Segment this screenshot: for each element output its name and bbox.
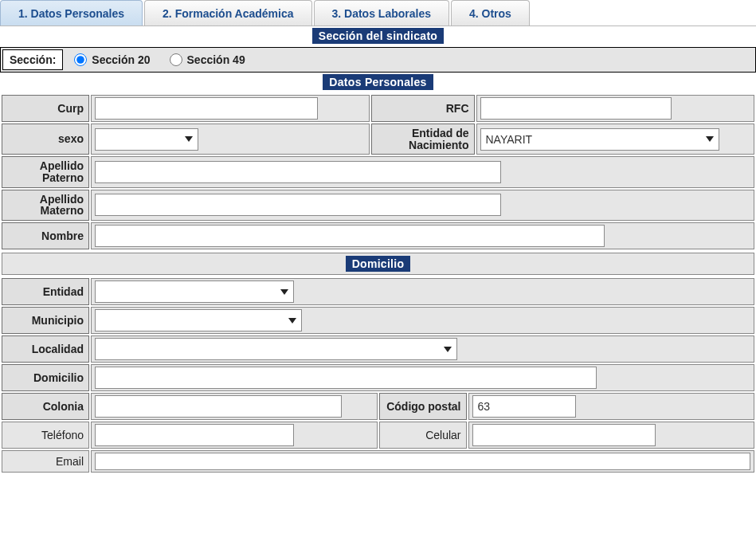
section-title-sindicato: Sección del sindicato [312, 28, 444, 44]
colonia-input[interactable] [95, 395, 342, 418]
radio-seccion-20[interactable]: Sección 20 [74, 53, 150, 66]
seccion-label: Sección: [2, 49, 63, 70]
section-header-datos: Datos Personales [0, 73, 756, 93]
sexo-label: sexo [2, 124, 89, 155]
entnac-label: Entidad de Nacimiento [371, 124, 475, 155]
email-input[interactable] [95, 453, 750, 470]
entidad-nac-value: NAYARIT [486, 133, 533, 146]
sexo-select[interactable] [95, 128, 198, 151]
domicilio-label: Domicilio [2, 364, 89, 391]
tab-datos-personales[interactable]: 1. Datos Personales [0, 0, 143, 25]
celular-input[interactable] [472, 424, 656, 446]
tab-bar: 1. Datos Personales 2. Formación Académi… [0, 0, 756, 26]
entidad-label: Entidad [2, 278, 89, 305]
colonia-label: Colonia [2, 393, 89, 420]
localidad-select[interactable] [95, 338, 457, 360]
rfc-label: RFC [371, 95, 475, 122]
telefono-input[interactable] [95, 424, 294, 446]
chevron-down-icon [444, 347, 452, 352]
section-title-domicilio: Domicilio [346, 256, 411, 272]
chevron-down-icon [706, 136, 714, 142]
seccion-row: Sección: Sección 20 Sección 49 [0, 47, 756, 73]
tab-formacion-academica[interactable]: 2. Formación Académica [144, 0, 311, 25]
chevron-down-icon [288, 318, 296, 324]
municipio-select[interactable] [95, 309, 302, 331]
seccion-radio-group: Sección 20 Sección 49 [69, 53, 245, 66]
municipio-label: Municipio [2, 307, 89, 334]
domicilio-input[interactable] [95, 367, 597, 389]
radio-seccion-49[interactable]: Sección 49 [170, 53, 245, 66]
chevron-down-icon [280, 289, 288, 295]
radio-label-seccion-20: Sección 20 [92, 53, 150, 66]
telefono-label: Teléfono [2, 422, 89, 449]
curp-input[interactable] [95, 97, 318, 120]
email-label: Email [2, 450, 89, 473]
radio-label-seccion-49: Sección 49 [187, 53, 245, 66]
curp-label: Curp [2, 95, 89, 122]
radio-input-seccion-49[interactable] [170, 53, 182, 66]
amat-input[interactable] [95, 194, 501, 216]
apat-input[interactable] [95, 161, 501, 183]
rfc-input[interactable] [480, 97, 672, 120]
datos-form: Curp RFC sexo Entidad de Nacimiento NAYA… [0, 93, 756, 251]
cp-label: Código postal [379, 393, 467, 420]
radio-input-seccion-20[interactable] [74, 53, 87, 66]
localidad-label: Localidad [2, 335, 89, 363]
entidad-select[interactable] [95, 280, 294, 303]
tab-datos-laborales[interactable]: 3. Datos Laborales [314, 0, 450, 25]
chevron-down-icon [185, 136, 193, 142]
nombre-input[interactable] [95, 225, 605, 247]
domicilio-form: Entidad Municipio Localidad [0, 277, 756, 474]
section-title-datos: Datos Personales [323, 74, 433, 90]
nombre-label: Nombre [2, 222, 89, 249]
tab-otros[interactable]: 4. Otros [451, 0, 530, 25]
section-header-domicilio: Domicilio [2, 253, 754, 275]
celular-label: Celular [379, 422, 467, 449]
amat-label: Apellido Materno [2, 190, 89, 221]
apat-label: Apellido Paterno [2, 156, 89, 187]
section-header-sindicato: Sección del sindicato [0, 26, 756, 47]
entidad-nac-select[interactable]: NAYARIT [480, 128, 719, 151]
cp-input[interactable]: 63 [472, 395, 576, 418]
